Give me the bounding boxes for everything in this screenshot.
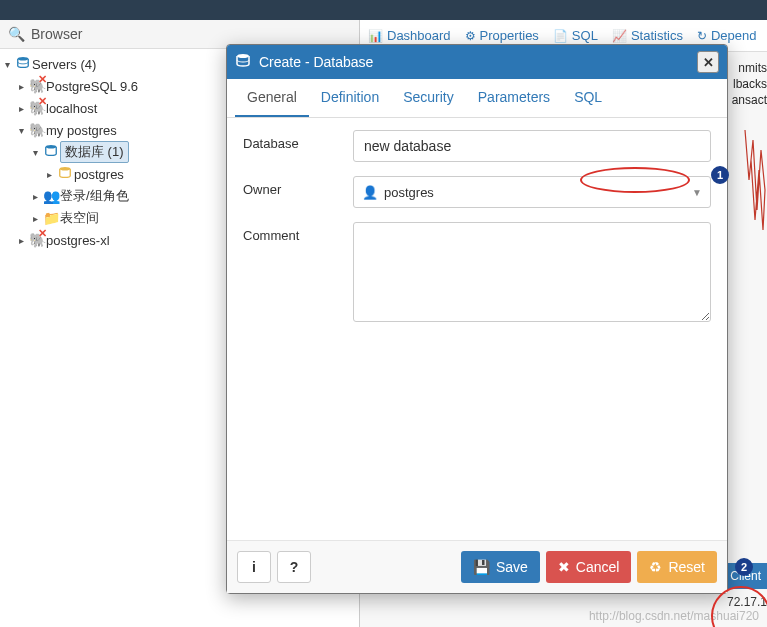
modal-titlebar[interactable]: Create - Database ✕ (227, 45, 727, 79)
database-icon (14, 56, 32, 73)
reset-icon: ♻ (649, 559, 662, 575)
app-topbar (0, 0, 767, 20)
properties-icon: ⚙ (465, 29, 476, 43)
statistics-icon: 📈 (612, 29, 627, 43)
tab-label: Statistics (631, 28, 683, 43)
client-button[interactable]: Client (724, 563, 767, 589)
tab-statistics[interactable]: 📈Statistics (612, 28, 683, 43)
watermark: http://blog.csdn.net/mashuai720 (589, 609, 759, 623)
expand-icon[interactable]: ▸ (14, 81, 28, 92)
svg-point-3 (237, 54, 249, 58)
close-icon: ✕ (703, 55, 714, 70)
svg-point-2 (60, 166, 71, 170)
close-button[interactable]: ✕ (697, 51, 719, 73)
help-button[interactable]: ? (277, 551, 311, 583)
dashboard-icon: 📊 (368, 29, 383, 43)
browser-icon: 🔍 (8, 26, 25, 42)
modal-body: Database Owner 👤 postgres ▼ Comment (227, 118, 727, 540)
info-button[interactable]: i (237, 551, 271, 583)
label-owner: Owner (243, 176, 353, 197)
cancel-icon: ✖ (558, 559, 570, 575)
tab-label: SQL (572, 28, 598, 43)
svg-point-0 (18, 56, 29, 60)
sql-icon: 📄 (553, 29, 568, 43)
label-database: Database (243, 130, 353, 151)
owner-value: postgres (384, 185, 692, 200)
reset-button[interactable]: ♻ Reset (637, 551, 717, 583)
user-icon: 👤 (362, 185, 378, 200)
toggle-icon[interactable]: ▾ (14, 125, 28, 136)
svg-point-1 (46, 144, 57, 148)
tab-label: Properties (480, 28, 539, 43)
comment-textarea[interactable] (353, 222, 711, 322)
x-overlay-icon: ✕ (38, 95, 47, 111)
tab-properties[interactable]: ⚙Properties (465, 28, 539, 43)
ip-fragment: 72.17.1 (727, 595, 767, 609)
owner-select[interactable]: 👤 postgres ▼ (353, 176, 711, 208)
database-icon (235, 53, 251, 72)
cancel-label: Cancel (576, 559, 620, 575)
tab-label: Depend (711, 28, 757, 43)
legend-fragment: nmits lbacks ansact (732, 60, 767, 108)
tab-definition[interactable]: Definition (309, 79, 391, 117)
tab-security[interactable]: Security (391, 79, 466, 117)
tab-dependencies[interactable]: ↻Depend (697, 28, 757, 43)
chevron-down-icon: ▼ (692, 187, 702, 198)
expand-icon[interactable]: ▸ (42, 169, 56, 180)
database-icon (56, 166, 74, 183)
tab-label: Dashboard (387, 28, 451, 43)
browser-title: Browser (31, 26, 82, 42)
tab-sql[interactable]: 📄SQL (553, 28, 598, 43)
modal-tabs: General Definition Security Parameters S… (227, 79, 727, 118)
save-icon: 💾 (473, 559, 490, 575)
expand-icon[interactable]: ▸ (14, 235, 28, 246)
modal-title: Create - Database (259, 54, 697, 70)
expand-icon[interactable]: ▸ (14, 103, 28, 114)
expand-icon[interactable]: ▸ (28, 213, 42, 224)
elephant-icon: 🐘 (28, 122, 46, 138)
reset-label: Reset (668, 559, 705, 575)
chart-fragment (743, 120, 767, 240)
save-button[interactable]: 💾 Save (461, 551, 540, 583)
create-database-modal: Create - Database ✕ General Definition S… (226, 44, 728, 594)
save-label: Save (496, 559, 528, 575)
modal-footer: i ? 💾 Save ✖ Cancel ♻ Reset (227, 540, 727, 593)
x-overlay-icon: ✕ (38, 73, 47, 89)
x-overlay-icon: ✕ (38, 227, 47, 243)
database-group-icon (42, 144, 60, 161)
database-name-input[interactable] (353, 130, 711, 162)
folder-icon: 📁 (42, 210, 60, 226)
toggle-icon[interactable]: ▾ (0, 59, 14, 70)
cancel-button[interactable]: ✖ Cancel (546, 551, 632, 583)
toggle-icon[interactable]: ▾ (28, 147, 42, 158)
tab-parameters[interactable]: Parameters (466, 79, 562, 117)
tab-dashboard[interactable]: 📊Dashboard (368, 28, 451, 43)
roles-icon: 👥 (42, 188, 60, 204)
expand-icon[interactable]: ▸ (28, 191, 42, 202)
dependencies-icon: ↻ (697, 29, 707, 43)
tab-sql-modal[interactable]: SQL (562, 79, 614, 117)
label-comment: Comment (243, 222, 353, 243)
tab-general[interactable]: General (235, 79, 309, 117)
